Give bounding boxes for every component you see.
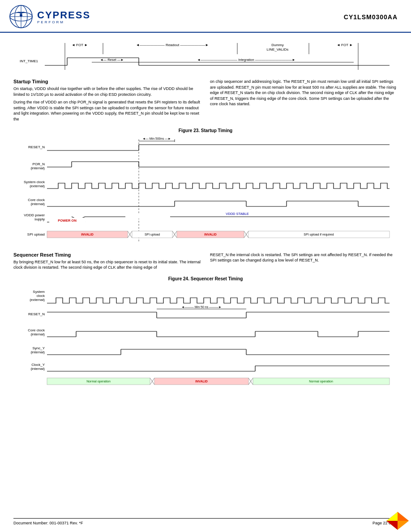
page-footer: Document Number: 001-00371 Rev. *F Page …: [13, 518, 398, 525]
svg-text:SPI upload: SPI upload: [27, 232, 45, 236]
footer-logo-area: [384, 510, 411, 532]
svg-text:INVALID: INVALID: [195, 380, 207, 383]
svg-text:RESET_N: RESET_N: [28, 145, 45, 149]
logo-text: CYPRESS PERFORM: [37, 9, 90, 24]
svg-point-5: [20, 14, 22, 17]
svg-text:(internal): (internal): [30, 367, 45, 371]
startup-timing-section: Startup Timing On startup, VDDD should r…: [13, 79, 398, 124]
svg-marker-126: [398, 512, 409, 521]
sequencer-reset-right-para: RESET_N the internal clock is restarted.…: [210, 252, 398, 263]
svg-text:Normal operation: Normal operation: [86, 380, 111, 383]
svg-text:VDDD STABLE: VDDD STABLE: [226, 212, 249, 216]
svg-text:System: System: [33, 290, 45, 294]
timing-diagram-top: ◄ FOT ► ◄——————— Readout ———————► Dummy …: [13, 41, 398, 75]
page-header: CYPRESS PERFORM CY1LSM0300AA: [0, 0, 411, 33]
svg-text:◄——————————— Integration —————: ◄——————————— Integration ———————————►: [197, 58, 295, 62]
svg-text:◄— Min 500ns —►: ◄— Min 500ns —►: [142, 137, 171, 140]
svg-text:(external): (external): [30, 184, 45, 188]
svg-text:SPI upload if required: SPI upload if required: [304, 233, 334, 236]
svg-text:supply: supply: [34, 217, 45, 221]
sequencer-reset-para: By bringing RESET_N low for at least 50 …: [13, 259, 201, 270]
sequencer-reset-section: Sequencer Reset Timing By bringing RESET…: [13, 252, 398, 273]
svg-text:(internal): (internal): [30, 332, 45, 336]
figure24-svg: System clock (external) RESET_N Core clo…: [13, 283, 398, 399]
svg-text:Core clock: Core clock: [28, 198, 45, 202]
startup-timing-right: on chip sequencer and addressing logic. …: [210, 79, 398, 124]
svg-marker-128: [398, 521, 409, 530]
svg-text:POWER ON: POWER ON: [58, 219, 77, 223]
svg-text:(internal): (internal): [30, 202, 45, 206]
svg-text:Normal operation: Normal operation: [309, 380, 333, 383]
svg-marker-127: [386, 521, 398, 530]
svg-text:Clock_Y: Clock_Y: [31, 363, 45, 367]
footer-logo-icon: [384, 510, 411, 532]
cypress-brand: CYPRESS: [37, 9, 90, 21]
svg-text:POR_N: POR_N: [32, 162, 45, 166]
figure24-diagram: System clock (external) RESET_N Core clo…: [13, 283, 398, 400]
footer-doc-number: Document Number: 001-00371 Rev. *F: [13, 521, 83, 525]
svg-text:Sync_Y: Sync_Y: [32, 346, 45, 350]
logo-area: CYPRESS PERFORM: [9, 4, 90, 29]
svg-text:◄ FOT ►: ◄ FOT ►: [337, 43, 353, 47]
startup-timing-left: Startup Timing On startup, VDDD should r…: [13, 79, 201, 124]
cypress-logo-icon: [9, 4, 34, 29]
svg-text:◄ FOT ►: ◄ FOT ►: [72, 43, 88, 47]
svg-text:◄——— Min 50 ns ———►: ◄——— Min 50 ns ———►: [181, 305, 222, 309]
svg-text:INVALID: INVALID: [204, 233, 216, 236]
startup-timing-title: Startup Timing: [13, 79, 201, 84]
svg-text:(external): (external): [30, 298, 45, 302]
svg-rect-63: [125, 213, 170, 219]
figure24-caption: Figure 24. Sequencer Reset Timing: [13, 276, 398, 281]
svg-text:INT_TIME1: INT_TIME1: [20, 59, 38, 63]
sequencer-reset-left: Sequencer Reset Timing By bringing RESET…: [13, 252, 201, 273]
svg-text:RESET_N: RESET_N: [28, 312, 45, 316]
mus-unit: μs to: [45, 92, 54, 97]
figure23-caption: Figure 23. Startup Timing: [13, 128, 398, 133]
startup-para-right: on chip sequencer and addressing logic. …: [210, 79, 398, 107]
sequencer-reset-right: RESET_N the internal clock is restarted.…: [210, 252, 398, 273]
svg-text:Core clock: Core clock: [28, 328, 45, 332]
svg-text:SPI upload: SPI upload: [145, 233, 160, 236]
cypress-perform: PERFORM: [37, 20, 90, 24]
svg-text:(internal): (internal): [30, 350, 45, 354]
startup-para1: On startup, VDDD should rise together wi…: [13, 86, 201, 97]
sequencer-reset-title: Sequencer Reset Timing: [13, 252, 201, 257]
svg-text:INVALID: INVALID: [81, 233, 93, 236]
svg-text:Dummy: Dummy: [271, 43, 284, 47]
top-timing-svg: ◄ FOT ► ◄——————— Readout ———————► Dummy …: [13, 41, 398, 74]
figure23-svg: RESET_N POR_N (internal) System clock (e…: [13, 135, 398, 247]
figure23-diagram: RESET_N POR_N (internal) System clock (e…: [13, 135, 398, 248]
main-content: ◄ FOT ► ◄——————— Readout ———————► Dummy …: [0, 33, 411, 436]
svg-text:◄——————— Readout ———————►: ◄——————— Readout ———————►: [136, 43, 209, 47]
svg-text:System clock: System clock: [24, 180, 45, 184]
svg-text:(internal): (internal): [30, 166, 45, 170]
document-number-header: CY1LSM0300AA: [344, 13, 398, 21]
svg-text:LINE_VALIDs: LINE_VALIDs: [267, 47, 289, 51]
svg-text:VDDD power: VDDD power: [24, 213, 45, 217]
svg-text:clock: clock: [37, 294, 45, 298]
svg-text:◄— Reset —►: ◄— Reset —►: [100, 58, 124, 62]
startup-para2: During the rise of VDDD an on chip POR_N…: [13, 99, 201, 122]
